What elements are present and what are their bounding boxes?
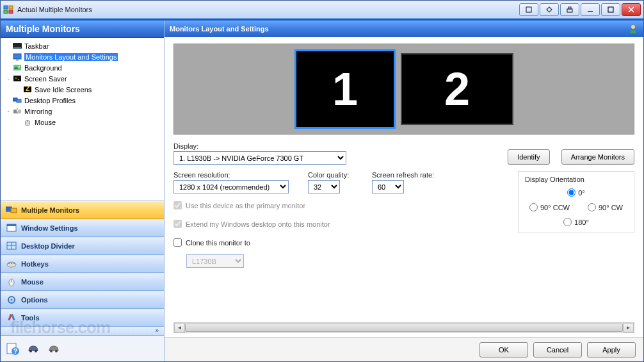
tree-item-save-idle[interactable]: ZSave Idle Screens (2, 84, 163, 95)
collapse-icon[interactable]: - (4, 108, 12, 115)
svg-rect-15 (13, 65, 21, 70)
svg-rect-45 (11, 314, 15, 320)
tree-item-taskbar[interactable]: Taskbar (2, 40, 163, 51)
tree-item-desktop-profiles[interactable]: Desktop Profiles (2, 95, 163, 106)
orientation-title: Display Orientation (525, 176, 627, 183)
monitor-1[interactable]: 1 (294, 49, 396, 129)
svg-rect-37 (8, 263, 10, 264)
extra-button-3[interactable] (560, 3, 579, 16)
display-select[interactable]: 1. L1930B -> NVIDIA GeForce 7300 GT (173, 151, 346, 165)
idle-icon: Z (22, 85, 33, 94)
titlebar: Actual Multiple Monitors (1, 1, 643, 19)
svg-rect-1 (9, 6, 13, 9)
scroll-thumb[interactable] (185, 324, 623, 332)
background-icon (12, 63, 22, 72)
help-icon[interactable]: ? (4, 340, 21, 357)
orientation-180[interactable]: 180° (563, 218, 589, 226)
nav-hotkeys[interactable]: Hotkeys (1, 255, 164, 273)
horizontal-scrollbar[interactable]: ◄ ► (173, 322, 634, 333)
svg-point-18 (15, 78, 17, 79)
resolution-select[interactable]: 1280 x 1024 (recommended) (173, 180, 289, 193)
svg-point-50 (35, 350, 37, 352)
nav-multiple-monitors[interactable]: Multiple Monitors (1, 201, 164, 219)
divider-icon (6, 241, 17, 251)
arrange-monitors-button[interactable]: Arrange Monitors (561, 149, 634, 165)
tree-item-background[interactable]: Background (2, 62, 163, 73)
orientation-90ccw[interactable]: 90° CCW (529, 203, 570, 211)
toolbar-icon-2[interactable] (25, 340, 42, 357)
tree-item-mouse[interactable]: Mouse (2, 117, 163, 128)
maximize-button[interactable] (601, 3, 620, 16)
scroll-left-icon[interactable]: ◄ (174, 323, 185, 333)
svg-rect-25 (18, 110, 21, 113)
svg-rect-38 (11, 263, 12, 264)
window-icon (6, 223, 17, 233)
window-title: Actual Multiple Monitors (17, 6, 518, 13)
svg-text:?: ? (13, 347, 18, 355)
svg-point-49 (29, 350, 32, 352)
svg-rect-2 (4, 10, 8, 13)
left-bottom-toolbar: ? (1, 336, 164, 361)
svg-rect-23 (17, 99, 21, 103)
svg-text:Z: Z (26, 86, 30, 92)
monitors-icon (6, 205, 17, 215)
extra-button-1[interactable] (519, 3, 538, 16)
taskbar-icon (12, 42, 22, 51)
svg-point-51 (50, 350, 52, 352)
svg-point-53 (631, 25, 635, 29)
svg-rect-14 (16, 60, 19, 61)
mouse-icon (22, 118, 33, 127)
svg-rect-30 (11, 208, 17, 213)
svg-rect-17 (13, 76, 21, 81)
clone-monitor-checkbox[interactable]: Clone this monitor to (173, 238, 449, 247)
minimize-button[interactable] (581, 3, 600, 16)
right-column: Monitors Layout and Settings 1 2 Display… (165, 21, 643, 361)
collapse-icon[interactable]: - (4, 76, 12, 82)
svg-rect-39 (13, 263, 15, 264)
nav-options[interactable]: Options (1, 291, 164, 309)
app-icon (3, 4, 13, 15)
toolbar-icon-3[interactable] (45, 340, 62, 357)
settings-tree: Taskbar Monitors Layout and Settings Bac… (1, 38, 164, 201)
close-button[interactable] (622, 3, 641, 16)
svg-rect-13 (13, 54, 21, 59)
orientation-group: Display Orientation 0° 90° CCW 90° CW 18… (518, 171, 634, 233)
hotkeys-icon (6, 259, 17, 269)
monitor-arrangement-area[interactable]: 1 2 (173, 44, 634, 135)
svg-rect-4 (526, 7, 531, 12)
svg-point-19 (18, 79, 19, 80)
nav-window-settings[interactable]: Window Settings (1, 219, 164, 237)
primary-monitor-checkbox: Use this device as the primary monitor (173, 201, 449, 210)
svg-rect-32 (7, 224, 16, 226)
svg-rect-0 (4, 6, 8, 9)
apply-button[interactable]: Apply (587, 342, 636, 358)
identify-button[interactable]: Identify (508, 149, 549, 165)
orientation-90cw[interactable]: 90° CW (588, 203, 623, 211)
header-user-icon[interactable] (628, 24, 638, 34)
resolution-label: Screen resolution: (173, 171, 289, 179)
extend-desktop-checkbox: Extend my Windows desktop onto this moni… (173, 220, 449, 228)
tree-item-screensaver[interactable]: -Screen Saver (2, 73, 163, 84)
screensaver-icon (12, 74, 22, 83)
cancel-button[interactable]: Cancel (533, 342, 582, 358)
category-nav: Multiple Monitors Window Settings Deskto… (1, 201, 164, 336)
extra-button-2[interactable] (540, 3, 559, 16)
svg-rect-8 (608, 7, 613, 12)
nav-desktop-divider[interactable]: Desktop Divider (1, 237, 164, 255)
color-quality-select[interactable]: 32 (308, 180, 340, 193)
scroll-right-icon[interactable]: ► (623, 323, 634, 333)
nav-expand-toggle[interactable]: » (1, 327, 164, 336)
svg-rect-3 (9, 10, 13, 13)
nav-mouse[interactable]: Mouse (1, 273, 164, 291)
tree-item-monitors-layout[interactable]: Monitors Layout and Settings (2, 51, 163, 62)
tree-item-mirroring[interactable]: -Mirroring (2, 106, 163, 117)
refresh-rate-select[interactable]: 60 (372, 180, 404, 193)
dialog-footer: OK Cancel Apply (165, 337, 643, 361)
right-panel-header: Monitors Layout and Settings (165, 21, 643, 37)
nav-tools[interactable]: Tools (1, 309, 164, 327)
refresh-rate-label: Screen refresh rate: (372, 171, 449, 179)
tools-icon (6, 313, 17, 323)
orientation-0[interactable]: 0° (567, 188, 585, 197)
ok-button[interactable]: OK (479, 342, 528, 358)
monitor-2[interactable]: 2 (401, 53, 513, 125)
